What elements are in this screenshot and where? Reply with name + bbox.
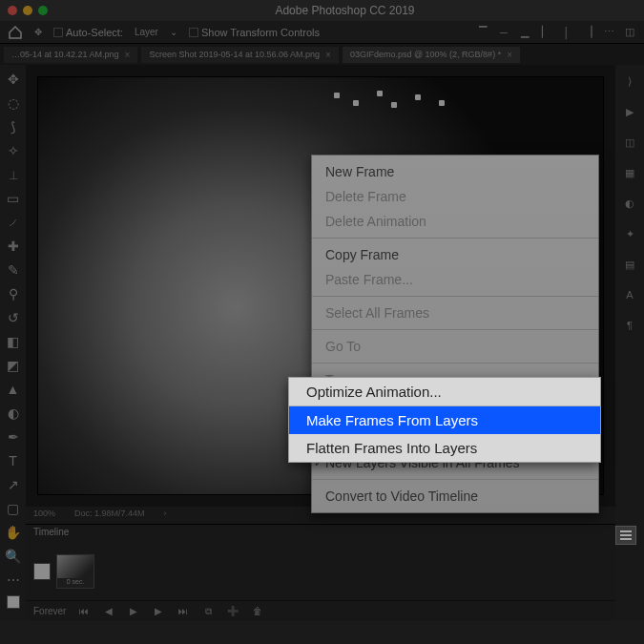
timeline-panel: 0 sec. (26, 543, 615, 600)
lasso-tool-icon[interactable]: ⟆ (5, 118, 22, 135)
swatches-panel-icon[interactable]: ▦ (621, 164, 638, 181)
menu-item-optimize-animation[interactable]: Optimize Animation... (289, 378, 600, 405)
close-icon[interactable]: × (125, 50, 131, 60)
selection-handles (324, 89, 496, 117)
align-right-icon[interactable]: ▕ (581, 26, 594, 39)
loop-dropdown[interactable]: Forever (33, 606, 66, 616)
more-icon[interactable]: ⋯ (602, 26, 615, 39)
align-left-icon[interactable]: ▏ (539, 26, 552, 39)
menu-item: Select All Frames (312, 301, 598, 325)
menu-item[interactable]: New Frame (312, 159, 598, 184)
more-tools-icon[interactable]: ⋯ (5, 571, 22, 589)
align-hmid-icon[interactable]: │ (560, 26, 573, 39)
shape-tool-icon[interactable]: ▢ (5, 500, 22, 517)
pen-tool-icon[interactable]: ✒ (5, 428, 22, 446)
stamp-tool-icon[interactable]: ⚲ (5, 285, 22, 302)
timeline-context-menu-highlight[interactable]: Optimize Animation... Make Frames From L… (288, 377, 601, 463)
hand-tool-icon[interactable]: ✋ (5, 524, 22, 541)
gradient-tool-icon[interactable]: ◩ (5, 357, 22, 374)
document-tab[interactable]: 03GIFdemo.psd @ 100% (2, RGB/8#) *× (343, 47, 520, 63)
mac-titlebar: Adobe Photoshop CC 2019 (0, 0, 644, 21)
timeline-frame[interactable]: 0 sec. (56, 554, 94, 589)
tween-icon[interactable]: ⧉ (201, 605, 215, 618)
dropdown-chevron-icon[interactable]: ⌄ (170, 27, 177, 37)
align-top-icon[interactable]: ▔ (476, 26, 489, 39)
close-icon[interactable]: × (507, 50, 512, 60)
play-icon[interactable]: ▶ (127, 605, 140, 618)
tool-palette: ✥ ◌ ⟆ ✧ ⟂ ▭ ⟋ ✚ ✎ ⚲ ↺ ◧ ◩ ▲ ◐ ✒ T ↗ ▢ ✋ … (0, 65, 26, 621)
brush-tool-icon[interactable]: ✎ (5, 261, 22, 279)
show-transform-checkbox[interactable]: Show Transform Controls (189, 27, 320, 38)
menu-item-make-frames-from-layers[interactable]: Make Frames From Layers (289, 406, 600, 434)
delete-frame-icon[interactable]: 🗑 (251, 605, 264, 618)
menu-item: Delete Frame (312, 184, 598, 209)
wand-tool-icon[interactable]: ✧ (5, 142, 22, 159)
new-frame-icon[interactable]: ➕ (226, 605, 239, 618)
menu-item-flatten-frames-into-layers[interactable]: Flatten Frames Into Layers (289, 434, 600, 462)
type-panel-icon[interactable]: A (621, 286, 638, 303)
traffic-light-minimize[interactable] (23, 6, 32, 15)
menu-item: Delete Animation (312, 209, 598, 234)
menu-item: Go To (312, 334, 598, 359)
styles-panel-icon[interactable]: ✦ (621, 225, 638, 242)
move-tool-icon[interactable]: ✥ (5, 71, 22, 88)
eyedropper-tool-icon[interactable]: ⟋ (5, 214, 22, 231)
frame-duration[interactable]: 0 sec. (57, 578, 93, 588)
home-icon[interactable] (8, 26, 23, 39)
document-tab[interactable]: …05-14 at 10.42.21 AM.png× (4, 47, 137, 63)
timeline-menu-button[interactable] (615, 526, 636, 545)
status-chevron-icon[interactable]: › (164, 509, 167, 522)
adjustments-panel-icon[interactable]: ◐ (621, 195, 638, 212)
last-frame-icon[interactable]: ⏭ (177, 605, 190, 618)
paragraphs-panel-icon[interactable]: ¶ (621, 317, 638, 334)
eraser-tool-icon[interactable]: ◧ (5, 333, 22, 350)
align-vmid-icon[interactable]: ─ (497, 26, 510, 39)
move-tool-icon[interactable]: ✥ (34, 27, 42, 37)
doc-size: Doc: 1.98M/7.44M (74, 509, 145, 522)
layer-dropdown[interactable]: Layer (135, 27, 158, 37)
marquee-tool-icon[interactable]: ◌ (5, 94, 22, 112)
menu-item: Paste Frame... (312, 267, 598, 292)
play-icon[interactable]: ▶ (621, 103, 638, 120)
timeline-controls: Forever ⏮ ◀ ▶ ▶ ⏭ ⧉ ➕ 🗑 (26, 600, 615, 621)
layers-panel-icon[interactable]: ▤ (621, 256, 638, 273)
app-title: Adobe Photoshop CC 2019 (53, 4, 636, 17)
frame-thumbnail (57, 555, 93, 578)
document-tabs: …05-14 at 10.42.21 AM.png× Screen Shot 2… (0, 44, 644, 65)
color-panel-icon[interactable]: ◫ (621, 134, 638, 151)
first-frame-icon[interactable]: ⏮ (77, 605, 91, 618)
next-frame-icon[interactable]: ▶ (152, 605, 165, 618)
path-tool-icon[interactable]: ↗ (5, 476, 22, 493)
traffic-light-close[interactable] (8, 6, 17, 15)
zoom-tool-icon[interactable]: 🔍 (5, 548, 22, 565)
frame-tool-icon[interactable]: ▭ (5, 190, 22, 207)
foreground-swatch[interactable] (7, 595, 20, 609)
3d-mode-icon[interactable]: ◫ (623, 26, 636, 39)
menu-item[interactable]: Convert to Video Timeline (312, 484, 598, 509)
timeline-tab[interactable]: Timeline (26, 524, 615, 543)
auto-select-checkbox[interactable]: Auto-Select: (53, 27, 123, 38)
type-tool-icon[interactable]: T (5, 452, 22, 469)
menu-item[interactable]: Copy Frame (312, 242, 598, 267)
prev-frame-icon[interactable]: ◀ (102, 605, 115, 618)
timeline-swatch[interactable] (33, 563, 51, 580)
crop-tool-icon[interactable]: ⟂ (5, 166, 22, 183)
blur-tool-icon[interactable]: ▲ (5, 381, 22, 398)
options-bar: ✥ Auto-Select: Layer ⌄ Show Transform Co… (0, 21, 644, 44)
align-bottom-icon[interactable]: ▁ (518, 26, 531, 39)
close-icon[interactable]: × (325, 50, 331, 60)
heal-tool-icon[interactable]: ✚ (5, 238, 22, 255)
traffic-light-zoom[interactable] (38, 6, 48, 15)
history-brush-icon[interactable]: ↺ (5, 309, 22, 326)
zoom-level[interactable]: 100% (33, 509, 55, 522)
document-tab[interactable]: Screen Shot 2019-05-14 at 10.56.06 AM.pn… (141, 47, 338, 63)
dodge-tool-icon[interactable]: ◐ (5, 405, 22, 422)
expand-panels-icon[interactable]: ⟩ (621, 73, 638, 90)
